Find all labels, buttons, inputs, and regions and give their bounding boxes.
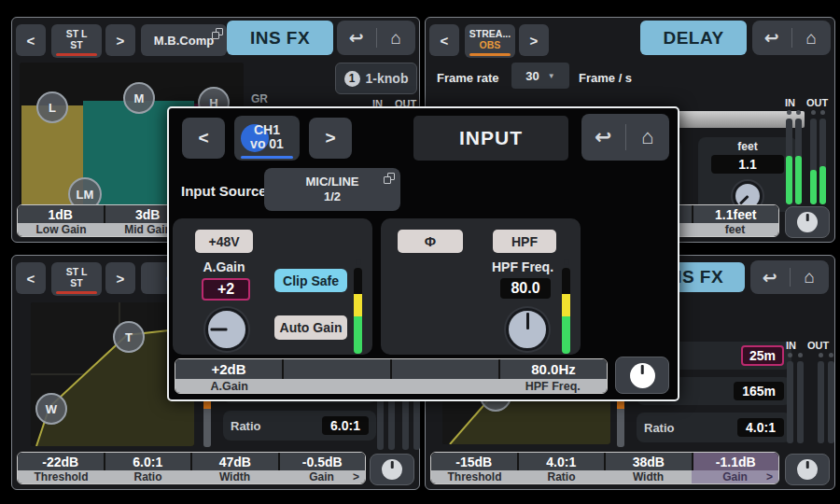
home-icon[interactable]: ⌂ (377, 28, 416, 49)
width-handle[interactable]: W (35, 393, 67, 425)
ratio-row: Ratio 4.0:1 (637, 413, 791, 442)
low-band-handle[interactable]: L (36, 91, 68, 123)
hpf-section: Φ HPF HPF Freq. 80.0 (381, 218, 581, 355)
input-source-value-line2: 1/2 (324, 189, 341, 204)
undo-icon[interactable]: ↩ (752, 27, 791, 49)
status-label: Threshold (18, 470, 105, 483)
one-knob-badge: 1 (344, 71, 360, 87)
prev-channel-button[interactable]: < (16, 24, 46, 56)
out-meter-r (413, 398, 420, 450)
more-params-chevron[interactable]: > (766, 470, 773, 483)
knob-assign-button[interactable] (615, 357, 669, 394)
clip-safe-button[interactable]: Clip Safe (274, 269, 347, 292)
page-title: DELAY (640, 21, 747, 55)
channel-name-line2: ST (70, 278, 82, 289)
gain-section: +48V A.Gain +2 Clip Safe Auto Gain (173, 218, 372, 355)
undo-icon[interactable]: ↩ (581, 125, 625, 149)
status-cell-selected[interactable]: -1.1dB (693, 453, 779, 470)
out-meter-r (819, 110, 826, 204)
knob-assign-button[interactable] (785, 206, 830, 238)
home-icon[interactable]: ⌂ (791, 267, 830, 287)
delay-value[interactable]: 1.1 (711, 155, 784, 174)
home-icon[interactable]: ⌂ (626, 125, 670, 149)
status-cell[interactable]: +2dB (175, 359, 282, 379)
ratio-value[interactable]: 4.0:1 (737, 418, 784, 437)
undo-icon[interactable]: ↩ (337, 27, 376, 49)
threshold-handle[interactable]: T (113, 321, 145, 353)
again-label: A.Gain (191, 259, 257, 274)
knob-assign-button[interactable] (370, 454, 414, 485)
channel-select-button[interactable]: CH1 vo 01 (234, 116, 300, 161)
mid-band-handle[interactable]: M (123, 82, 155, 114)
status-cell[interactable]: -15dB (431, 453, 517, 470)
nav-group: ↩ ⌂ (337, 21, 415, 55)
status-cell[interactable]: -22dB (18, 453, 104, 470)
channel-name-line2: ST (70, 40, 82, 51)
hpf-button[interactable]: HPF (493, 230, 556, 253)
prev-channel-button[interactable]: < (429, 24, 459, 56)
auto-gain-button[interactable]: Auto Gain (274, 315, 347, 340)
status-cell[interactable] (284, 359, 390, 379)
phase-button[interactable]: Φ (398, 230, 463, 253)
undo-icon[interactable]: ↩ (750, 267, 790, 288)
status-cell[interactable]: 1.1feet (693, 205, 779, 223)
channel-select-button[interactable]: STREA... OBS (465, 24, 515, 58)
knob-icon (382, 459, 402, 480)
hpf-freq-label: HPF Freq. (478, 259, 567, 274)
phantom-48v-button[interactable]: +48V (195, 230, 253, 253)
ratio-value[interactable]: 6.0:1 (322, 416, 369, 435)
in-meter-r (388, 398, 395, 450)
status-label: HPF Freq. (499, 379, 608, 393)
hpf-level-meter (562, 259, 570, 354)
hpf-freq-knob[interactable] (506, 308, 549, 351)
in-meter-l (786, 110, 792, 204)
hpf-freq-value[interactable]: 80.0 (500, 278, 551, 299)
status-cell[interactable]: 4.0:1 (519, 453, 605, 470)
next-channel-button[interactable]: > (105, 24, 135, 56)
status-cell[interactable]: 47dB (192, 453, 278, 470)
ratio-label: Ratio (644, 421, 675, 435)
status-cell[interactable]: -0.5dB (280, 453, 366, 470)
status-cell[interactable]: 1dB (18, 205, 104, 223)
again-knob[interactable] (205, 308, 248, 351)
status-label: feet (692, 223, 778, 236)
channel-name-line1: CH1 (254, 123, 280, 137)
out-meter-label: OUT (806, 97, 828, 108)
channel-select-button[interactable]: ST L ST (51, 24, 102, 58)
dialog-title: INPUT (413, 116, 568, 161)
frame-rate-dropdown[interactable]: 30 ▼ (511, 63, 569, 89)
status-cell[interactable]: 80.0Hz (500, 359, 607, 379)
ratio-row: Ratio 6.0:1 (223, 411, 376, 441)
gain-level-meter (354, 259, 362, 354)
prev-channel-button[interactable]: < (16, 262, 46, 294)
next-channel-button[interactable]: > (519, 24, 549, 56)
knob-assign-button[interactable] (785, 454, 830, 485)
status-cell[interactable] (392, 359, 498, 379)
knob-icon (797, 212, 818, 232)
again-value[interactable]: +2 (202, 278, 250, 301)
next-channel-button[interactable]: > (309, 118, 352, 159)
nav-group: ↩ ⌂ (752, 21, 831, 55)
status-label: Ratio (105, 470, 191, 483)
delay-value-box: feet 1.1 (698, 137, 797, 212)
input-source-label: Input Source (181, 183, 267, 199)
home-icon[interactable]: ⌂ (792, 28, 832, 49)
attack-value[interactable]: 25m (741, 345, 784, 366)
copy-icon (384, 173, 395, 184)
copy-icon (212, 28, 223, 39)
status-label: Low Gain (18, 223, 105, 236)
more-params-chevron[interactable]: > (353, 470, 359, 483)
library-button[interactable]: M.B.Comp (141, 24, 227, 56)
release-value[interactable]: 165m (734, 382, 784, 400)
in-meter-label: IN (785, 97, 795, 108)
input-source-button[interactable]: MIC/LINE 1/2 (264, 168, 400, 211)
ratio-label: Ratio (231, 419, 261, 433)
status-label: Ratio (518, 470, 605, 483)
status-cell[interactable]: 6.0:1 (105, 453, 191, 470)
out-meter-l (810, 110, 817, 204)
prev-channel-button[interactable]: < (182, 118, 225, 159)
next-channel-button[interactable]: > (105, 262, 135, 294)
one-knob-button[interactable]: 1 1-knob (335, 63, 417, 94)
status-cell[interactable]: 38dB (606, 453, 692, 470)
channel-select-button[interactable]: ST L ST (51, 262, 102, 296)
